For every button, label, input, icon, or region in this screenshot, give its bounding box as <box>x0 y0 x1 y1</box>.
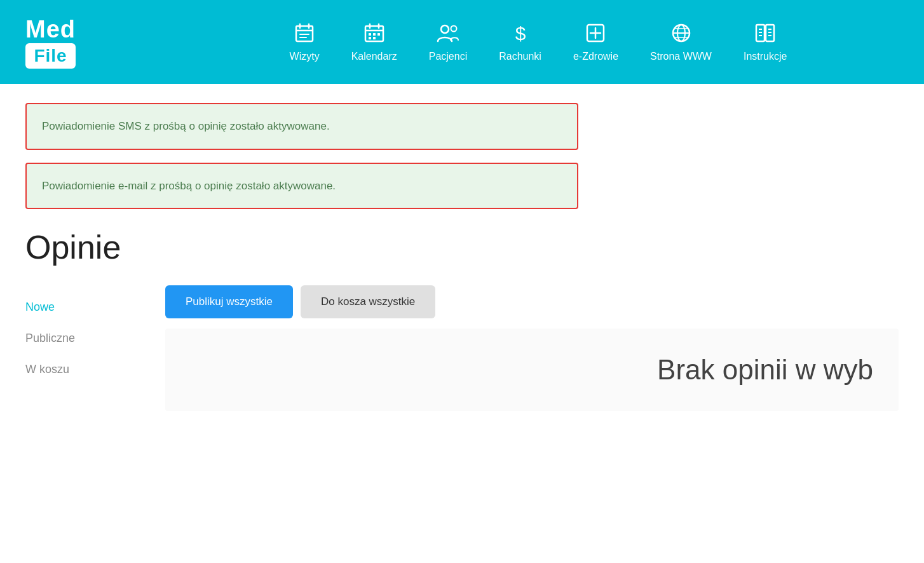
header: Med File Wizyty <box>0 0 924 84</box>
trash-all-button[interactable]: Do kosza wszystkie <box>301 285 435 318</box>
main-content: Powiadomienie SMS z prośbą o opinię zost… <box>0 84 924 563</box>
nav-item-ezdrowie[interactable]: e-Zdrowie <box>561 17 631 67</box>
nav-label-wizyty: Wizyty <box>290 51 320 62</box>
nav-item-instrukcje[interactable]: Instrukcje <box>731 17 799 67</box>
main-panel: Publikuj wszystkie Do kosza wszystkie Br… <box>165 285 899 411</box>
svg-rect-13 <box>369 37 371 39</box>
publish-all-button[interactable]: Publikuj wszystkie <box>165 285 293 318</box>
rachunki-icon: $ <box>511 22 530 47</box>
nav-item-strona-www[interactable]: Strona WWW <box>637 17 724 67</box>
toolbar: Publikuj wszystkie Do kosza wszystkie <box>165 285 899 318</box>
empty-panel: Brak opinii w wyb <box>165 329 899 411</box>
page-title: Opinie <box>25 228 899 266</box>
nav-label-ezdrowie: e-Zdrowie <box>573 51 618 62</box>
svg-rect-11 <box>373 33 376 36</box>
pacjenci-icon <box>437 22 459 47</box>
logo-icon: File <box>25 43 76 69</box>
nav-label-strona-www: Strona WWW <box>650 51 712 62</box>
instrukcje-icon <box>754 22 776 47</box>
nav-item-wizyty[interactable]: Wizyty <box>277 17 332 67</box>
sidebar: Nowe Publiczne W koszu <box>25 285 165 411</box>
strona-www-icon <box>670 22 692 47</box>
empty-state-text: Brak opinii w wyb <box>657 354 873 386</box>
svg-rect-12 <box>377 33 380 36</box>
kalendarz-icon <box>363 22 385 47</box>
sms-notification-banner: Powiadomienie SMS z prośbą o opinię zost… <box>25 103 578 150</box>
nav-label-pacjenci: Pacjenci <box>429 51 467 62</box>
email-notification-banner: Powiadomienie e-mail z prośbą o opinię z… <box>25 163 578 210</box>
svg-text:$: $ <box>515 23 526 44</box>
logo-text: Med File <box>25 16 76 69</box>
svg-rect-14 <box>373 37 376 39</box>
logo[interactable]: Med File <box>25 16 153 69</box>
content-area: Nowe Publiczne W koszu Publikuj wszystki… <box>25 285 899 411</box>
main-nav: Wizyty Kalendarz <box>178 17 899 67</box>
nav-label-rachunki: Rachunki <box>499 51 541 62</box>
ezdrowie-icon <box>585 22 606 47</box>
sms-notification-text: Powiadomienie SMS z prośbą o opinię zost… <box>42 120 330 132</box>
svg-point-15 <box>441 25 449 33</box>
email-notification-text: Powiadomienie e-mail z prośbą o opinię z… <box>42 180 336 192</box>
nav-item-rachunki[interactable]: $ Rachunki <box>486 17 554 67</box>
sidebar-item-w-koszu[interactable]: W koszu <box>25 354 165 385</box>
nav-label-instrukcje: Instrukcje <box>744 51 787 62</box>
nav-item-kalendarz[interactable]: Kalendarz <box>339 17 410 67</box>
sidebar-item-publiczne[interactable]: Publiczne <box>25 323 165 354</box>
wizyty-icon <box>294 22 315 47</box>
sidebar-item-nowe[interactable]: Nowe <box>25 292 165 323</box>
svg-point-16 <box>451 25 456 31</box>
nav-item-pacjenci[interactable]: Pacjenci <box>416 17 480 67</box>
nav-label-kalendarz: Kalendarz <box>351 51 397 62</box>
svg-rect-10 <box>369 33 371 36</box>
